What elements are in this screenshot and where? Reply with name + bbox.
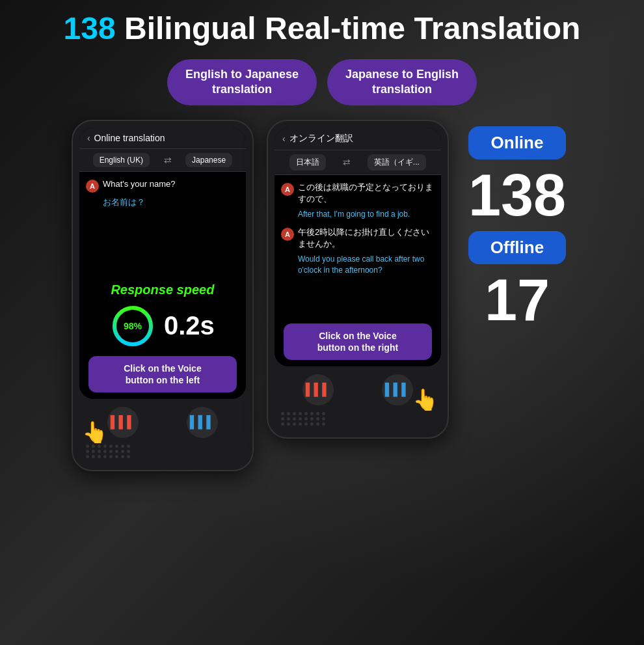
online-count: 138 bbox=[468, 166, 566, 225]
lang-bar-left: English (UK) ⇄ Japanese bbox=[79, 149, 246, 172]
right-panel: Online 138 Offline 17 bbox=[462, 120, 572, 336]
lang-to-right[interactable]: 英語（イギ... bbox=[368, 154, 426, 171]
device-bottom-right: ▌▌▌ ▌▌▌ 👆 bbox=[275, 366, 441, 409]
chat-en-2: Would you please call back after two o'c… bbox=[298, 254, 435, 276]
response-title: Response speed bbox=[111, 282, 214, 297]
chat-jp-1: この後は就職の予定となっておりますので、 bbox=[298, 182, 435, 205]
mic-icon-right-2: ▌▌▌ bbox=[385, 383, 410, 396]
badge-en-to-jp: English to Japanesetranslation bbox=[167, 59, 317, 105]
chat-jp-2: 午後2時以降にお掛け直しくださいませんか。 bbox=[298, 226, 435, 250]
chat-bubble-right-2: A 午後2時以降にお掛け直しくださいませんか。 bbox=[281, 226, 435, 250]
mic-icon-left-1: ▌▌▌ bbox=[111, 415, 135, 429]
lang-to-left[interactable]: Japanese bbox=[185, 153, 232, 167]
speaker-dots-right bbox=[275, 409, 441, 431]
response-area: Response speed bbox=[79, 276, 246, 399]
back-arrow-left[interactable]: ‹ bbox=[87, 133, 90, 143]
device-right-screen: ‹ オンライン翻訳 日本語 ⇄ 英語（イギ... A この後は就職の予定となって… bbox=[275, 128, 441, 366]
chat-avatar-right-1: A bbox=[281, 183, 294, 196]
lang-from-left[interactable]: English (UK) bbox=[93, 153, 150, 167]
page-content: 138 Bilingual Real-time Translation Engl… bbox=[0, 0, 644, 645]
percent-label: 98% bbox=[124, 321, 142, 331]
screen-header-right: ‹ オンライン翻訳 bbox=[275, 128, 441, 150]
screen-header-left: ‹ Online translation bbox=[79, 128, 246, 149]
title-rest: Bilingual Real-time Translation bbox=[116, 11, 581, 46]
lang-from-right[interactable]: 日本語 bbox=[289, 154, 326, 171]
chat-bubble-left-1: A What's your name? bbox=[86, 178, 239, 193]
response-time: 0.2s bbox=[164, 311, 215, 340]
voice-btn-left[interactable]: Click on the Voicebutton on the left bbox=[88, 356, 237, 392]
online-badge: Online bbox=[468, 126, 566, 159]
device-right: ‹ オンライン翻訳 日本語 ⇄ 英語（イギ... A この後は就職の予定となって… bbox=[267, 120, 449, 439]
mic-btn-left-1[interactable]: ▌▌▌ bbox=[107, 407, 139, 438]
devices-row: ‹ Online translation English (UK) ⇄ Japa… bbox=[72, 120, 572, 638]
device-left-screen: ‹ Online translation English (UK) ⇄ Japa… bbox=[79, 128, 246, 399]
response-metrics: 98% 0.2s bbox=[111, 304, 215, 348]
screen-title-right: オンライン翻訳 bbox=[289, 133, 353, 144]
back-arrow-right[interactable]: ‹ bbox=[282, 133, 286, 144]
chat-area-right: A この後は就職の予定となっておりますので、 After that, I'm g… bbox=[275, 175, 441, 318]
device-left: ‹ Online translation English (UK) ⇄ Japa… bbox=[72, 120, 254, 471]
mic-btn-right-2[interactable]: ▌▌▌ bbox=[382, 374, 413, 405]
speaker-dots-left bbox=[79, 442, 246, 463]
lang-bar-right: 日本語 ⇄ 英語（イギ... bbox=[275, 150, 441, 175]
hand-icon-left: 👆 bbox=[82, 420, 108, 445]
swap-icon-left[interactable]: ⇄ bbox=[164, 155, 172, 165]
swap-icon-right[interactable]: ⇄ bbox=[343, 157, 351, 167]
mic-icon-left-2: ▌▌▌ bbox=[190, 415, 215, 429]
circle-progress: 98% bbox=[111, 304, 155, 348]
mic-btn-left-2[interactable]: ▌▌▌ bbox=[187, 407, 218, 438]
hand-icon-right: 👆 bbox=[412, 387, 438, 412]
title-number: 138 bbox=[64, 11, 116, 46]
chat-avatar-right-2: A bbox=[281, 228, 294, 241]
badges-row: English to Japanesetranslation Japanese … bbox=[167, 59, 477, 105]
response-area-right: Click on the Voicebutton on the right bbox=[275, 318, 441, 366]
device-bottom-left: ▌▌▌ ▌▌▌ 👆 bbox=[79, 399, 246, 442]
badge-jp-to-en: Japanese to Englishtranslation bbox=[327, 59, 477, 105]
chat-avatar-left-1: A bbox=[86, 180, 99, 193]
main-title: 138 Bilingual Real-time Translation bbox=[64, 12, 581, 46]
voice-btn-right[interactable]: Click on the Voicebutton on the right bbox=[284, 323, 432, 360]
chat-area-left: A What's your name? お名前は？ bbox=[79, 172, 246, 276]
chat-bubble-right-1: A この後は就職の予定となっておりますので、 bbox=[281, 182, 435, 205]
offline-count: 17 bbox=[485, 271, 550, 329]
chat-en-1: After that, I'm going to find a job. bbox=[298, 209, 435, 220]
chat-text-en-left: What's your name? bbox=[103, 178, 176, 190]
offline-badge: Offline bbox=[468, 231, 566, 264]
mic-btn-right-1[interactable]: ▌▌▌ bbox=[302, 374, 334, 405]
screen-title-left: Online translation bbox=[94, 133, 165, 143]
chat-text-jp-left: お名前は？ bbox=[103, 197, 239, 208]
mic-icon-right-1: ▌▌▌ bbox=[306, 383, 330, 396]
